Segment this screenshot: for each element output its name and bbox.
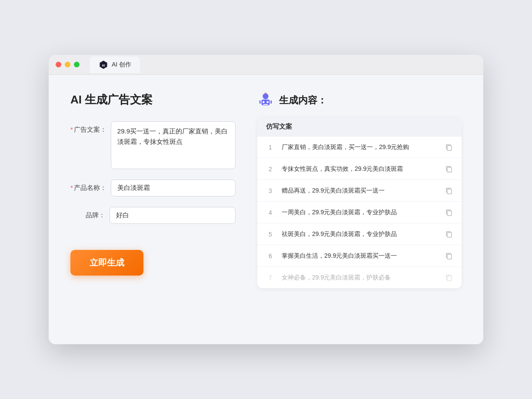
svg-rect-15: [447, 233, 452, 237]
product-name-input[interactable]: [111, 180, 236, 196]
result-num-4: 4: [266, 209, 275, 216]
generate-button[interactable]: 立即生成: [70, 250, 143, 276]
page-title: AI 生成广告文案: [70, 92, 236, 107]
svg-rect-13: [447, 189, 452, 194]
copy-icon-6[interactable]: [445, 252, 453, 260]
result-header: 生成内容：: [257, 92, 462, 109]
robot-icon: [257, 92, 274, 109]
copy-icon-3[interactable]: [445, 187, 453, 195]
copy-icon-2[interactable]: [445, 165, 453, 173]
result-text-6: 掌握美白生活，29.9元美白淡斑霜买一送一: [282, 251, 438, 260]
generate-button-container: 立即生成: [70, 234, 236, 276]
result-num-5: 5: [266, 231, 275, 238]
result-item-4: 4 一周美白，29.9元美白淡斑霜，专业护肤品: [257, 202, 462, 223]
result-title: 生成内容：: [279, 94, 327, 107]
browser-window: AI AI 创作 AI 生成广告文案 *广告文案： 29.9买一送一，真正的厂家…: [49, 55, 483, 344]
close-button[interactable]: [56, 62, 61, 67]
result-item-1: 1 厂家直销，美白淡斑霜，买一送一，29.9元抢购: [257, 136, 462, 158]
result-item-2: 2 专抹女性斑点，真实功效，29.9元美白淡斑霜: [257, 158, 462, 180]
result-num-2: 2: [266, 166, 275, 173]
result-item-5: 5 祛斑美白，29.9元美白淡斑霜，专业护肤品: [257, 223, 462, 245]
svg-rect-16: [447, 254, 452, 259]
svg-point-8: [265, 93, 266, 94]
traffic-lights: [56, 62, 80, 67]
right-panel: 生成内容： 仿写文案 1 厂家直销，美白淡斑霜，买一送一，29.9元抢购: [257, 92, 462, 288]
copy-icon-7[interactable]: [445, 274, 453, 282]
product-name-label: *产品名称：: [70, 180, 106, 192]
result-box: 仿写文案 1 厂家直销，美白淡斑霜，买一送一，29.9元抢购 2 专抹女性斑点，…: [257, 117, 462, 288]
ai-create-tab[interactable]: AI AI 创作: [90, 57, 140, 73]
result-table-header: 仿写文案: [257, 117, 462, 136]
result-num-6: 6: [266, 253, 275, 259]
tab-label: AI 创作: [112, 61, 131, 69]
browser-content: AI 生成广告文案 *广告文案： 29.9买一送一，真正的厂家直销，美白淡斑霜，…: [49, 75, 483, 344]
result-text-3: 赠品再送，29.9元美白淡斑霜买一送一: [282, 186, 438, 195]
result-num-3: 3: [266, 187, 275, 194]
required-star: *: [70, 126, 73, 133]
ad-copy-row: *广告文案： 29.9买一送一，真正的厂家直销，美白淡斑霜，专抹女性斑点: [70, 121, 236, 169]
result-num-7: 7: [266, 274, 275, 281]
browser-titlebar: AI AI 创作: [49, 55, 483, 75]
svg-point-4: [263, 101, 265, 103]
svg-rect-9: [259, 100, 261, 104]
copy-icon-5[interactable]: [445, 230, 453, 238]
required-star-2: *: [70, 184, 73, 191]
brand-input[interactable]: [110, 207, 236, 224]
result-num-1: 1: [266, 144, 275, 151]
svg-rect-14: [447, 211, 452, 216]
brand-row: 品牌：: [70, 207, 236, 224]
result-text-7: 女神必备，29.9元美白淡斑霜，护肤必备: [282, 273, 438, 282]
copy-icon-1[interactable]: [445, 143, 453, 151]
brand-label: 品牌：: [70, 207, 105, 219]
result-text-4: 一周美白，29.9元美白淡斑霜，专业护肤品: [282, 208, 438, 217]
svg-rect-10: [270, 100, 272, 104]
ad-copy-label: *广告文案：: [70, 121, 106, 134]
result-text-2: 专抹女性斑点，真实功效，29.9元美白淡斑霜: [282, 164, 438, 173]
maximize-button[interactable]: [74, 62, 80, 67]
result-item-6: 6 掌握美白生活，29.9元美白淡斑霜买一送一: [257, 245, 462, 267]
result-item-3: 3 赠品再送，29.9元美白淡斑霜买一送一: [257, 180, 462, 202]
svg-rect-12: [447, 167, 452, 172]
ai-tab-icon: AI: [99, 60, 108, 70]
result-text-5: 祛斑美白，29.9元美白淡斑霜，专业护肤品: [282, 229, 438, 239]
result-item-7: 7 女神必备，29.9元美白淡斑霜，护肤必备: [257, 267, 462, 288]
product-name-row: *产品名称：: [70, 180, 236, 196]
copy-icon-4[interactable]: [445, 209, 453, 216]
svg-rect-17: [447, 276, 452, 281]
left-panel: AI 生成广告文案 *广告文案： 29.9买一送一，真正的厂家直销，美白淡斑霜，…: [70, 92, 236, 288]
ad-copy-input[interactable]: 29.9买一送一，真正的厂家直销，美白淡斑霜，专抹女性斑点: [111, 121, 236, 169]
svg-text:AI: AI: [102, 63, 105, 67]
main-layout: AI 生成广告文案 *广告文案： 29.9买一送一，真正的厂家直销，美白淡斑霜，…: [70, 92, 462, 288]
svg-point-5: [266, 101, 269, 103]
result-text-1: 厂家直销，美白淡斑霜，买一送一，29.9元抢购: [282, 143, 438, 152]
svg-rect-6: [263, 104, 268, 105]
svg-rect-11: [447, 146, 452, 150]
minimize-button[interactable]: [65, 62, 70, 67]
